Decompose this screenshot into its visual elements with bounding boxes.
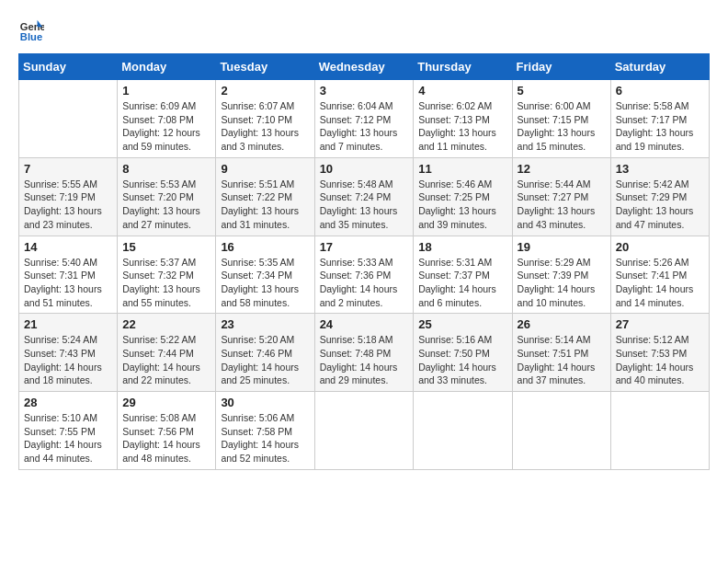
day-cell: 27Sunrise: 5:12 AM Sunset: 7:53 PM Dayli… [610, 314, 709, 392]
day-number: 11 [418, 162, 506, 176]
day-number: 6 [616, 84, 704, 98]
day-cell: 14Sunrise: 5:40 AM Sunset: 7:31 PM Dayli… [19, 236, 118, 314]
day-number: 15 [122, 240, 210, 254]
day-cell: 23Sunrise: 5:20 AM Sunset: 7:46 PM Dayli… [216, 314, 314, 392]
day-info: Sunrise: 5:10 AM Sunset: 7:55 PM Dayligh… [24, 411, 112, 465]
day-cell [314, 392, 414, 470]
day-cell: 4Sunrise: 6:02 AM Sunset: 7:13 PM Daylig… [414, 80, 512, 158]
day-number: 19 [518, 240, 606, 254]
week-row-5: 28Sunrise: 5:10 AM Sunset: 7:55 PM Dayli… [19, 392, 710, 470]
day-number: 17 [320, 240, 409, 254]
day-info: Sunrise: 5:18 AM Sunset: 7:48 PM Dayligh… [320, 333, 409, 387]
col-header-friday: Friday [512, 54, 610, 80]
day-number: 28 [24, 396, 112, 409]
day-info: Sunrise: 5:53 AM Sunset: 7:20 PM Dayligh… [122, 178, 210, 232]
day-number: 23 [221, 317, 309, 331]
day-number: 27 [616, 317, 704, 331]
header-row: SundayMondayTuesdayWednesdayThursdayFrid… [19, 54, 710, 80]
day-cell: 1Sunrise: 6:09 AM Sunset: 7:08 PM Daylig… [118, 80, 216, 158]
day-info: Sunrise: 5:58 AM Sunset: 7:17 PM Dayligh… [616, 99, 704, 154]
day-info: Sunrise: 5:37 AM Sunset: 7:32 PM Dayligh… [122, 256, 210, 310]
svg-text:Blue: Blue [20, 31, 42, 42]
day-info: Sunrise: 6:00 AM Sunset: 7:15 PM Dayligh… [518, 99, 606, 154]
day-cell: 28Sunrise: 5:10 AM Sunset: 7:55 PM Dayli… [19, 392, 118, 470]
day-number: 1 [122, 84, 210, 98]
day-cell [19, 80, 118, 158]
col-header-sunday: Sunday [19, 54, 118, 80]
day-cell: 29Sunrise: 5:08 AM Sunset: 7:56 PM Dayli… [118, 392, 216, 470]
day-number: 24 [320, 317, 409, 331]
day-info: Sunrise: 5:29 AM Sunset: 7:39 PM Dayligh… [518, 256, 606, 310]
day-number: 26 [518, 317, 606, 331]
day-number: 5 [518, 84, 606, 98]
day-info: Sunrise: 5:16 AM Sunset: 7:50 PM Dayligh… [418, 333, 506, 387]
day-cell: 16Sunrise: 5:35 AM Sunset: 7:34 PM Dayli… [216, 236, 314, 314]
day-info: Sunrise: 6:09 AM Sunset: 7:08 PM Dayligh… [122, 99, 210, 154]
day-info: Sunrise: 5:46 AM Sunset: 7:25 PM Dayligh… [418, 178, 506, 232]
day-info: Sunrise: 5:12 AM Sunset: 7:53 PM Dayligh… [616, 333, 704, 387]
day-cell: 6Sunrise: 5:58 AM Sunset: 7:17 PM Daylig… [610, 80, 709, 158]
day-cell: 17Sunrise: 5:33 AM Sunset: 7:36 PM Dayli… [314, 236, 414, 314]
day-cell: 13Sunrise: 5:42 AM Sunset: 7:29 PM Dayli… [610, 157, 709, 236]
day-cell: 8Sunrise: 5:53 AM Sunset: 7:20 PM Daylig… [118, 157, 216, 236]
day-cell: 18Sunrise: 5:31 AM Sunset: 7:37 PM Dayli… [414, 236, 512, 314]
col-header-monday: Monday [118, 54, 216, 80]
day-number: 13 [616, 162, 704, 176]
day-cell [610, 392, 709, 470]
day-number: 20 [616, 240, 704, 254]
day-number: 21 [24, 317, 112, 331]
day-cell: 22Sunrise: 5:22 AM Sunset: 7:44 PM Dayli… [118, 314, 216, 392]
day-info: Sunrise: 5:22 AM Sunset: 7:44 PM Dayligh… [122, 333, 210, 387]
day-number: 2 [221, 84, 309, 98]
day-cell: 9Sunrise: 5:51 AM Sunset: 7:22 PM Daylig… [216, 157, 314, 236]
day-number: 4 [418, 84, 506, 98]
day-number: 29 [122, 396, 210, 409]
day-number: 16 [221, 240, 309, 254]
calendar-table: SundayMondayTuesdayWednesdayThursdayFrid… [18, 53, 710, 470]
day-cell: 21Sunrise: 5:24 AM Sunset: 7:43 PM Dayli… [19, 314, 118, 392]
day-info: Sunrise: 5:06 AM Sunset: 7:58 PM Dayligh… [221, 411, 309, 465]
logo: General Blue [18, 18, 48, 44]
day-info: Sunrise: 5:40 AM Sunset: 7:31 PM Dayligh… [24, 256, 112, 310]
day-cell: 10Sunrise: 5:48 AM Sunset: 7:24 PM Dayli… [314, 157, 414, 236]
week-row-4: 21Sunrise: 5:24 AM Sunset: 7:43 PM Dayli… [19, 314, 710, 392]
day-info: Sunrise: 5:55 AM Sunset: 7:19 PM Dayligh… [24, 178, 112, 232]
day-number: 3 [320, 84, 409, 98]
day-info: Sunrise: 5:48 AM Sunset: 7:24 PM Dayligh… [320, 178, 409, 232]
day-cell: 24Sunrise: 5:18 AM Sunset: 7:48 PM Dayli… [314, 314, 414, 392]
day-number: 9 [221, 162, 309, 176]
day-cell: 20Sunrise: 5:26 AM Sunset: 7:41 PM Dayli… [610, 236, 709, 314]
day-number: 14 [24, 240, 112, 254]
day-number: 10 [320, 162, 409, 176]
day-cell: 7Sunrise: 5:55 AM Sunset: 7:19 PM Daylig… [19, 157, 118, 236]
day-number: 7 [24, 162, 112, 176]
day-number: 30 [221, 396, 309, 409]
day-info: Sunrise: 5:44 AM Sunset: 7:27 PM Dayligh… [518, 178, 606, 232]
day-number: 12 [518, 162, 606, 176]
logo-icon: General Blue [18, 18, 44, 44]
day-cell: 30Sunrise: 5:06 AM Sunset: 7:58 PM Dayli… [216, 392, 314, 470]
day-cell: 26Sunrise: 5:14 AM Sunset: 7:51 PM Dayli… [512, 314, 610, 392]
day-info: Sunrise: 5:26 AM Sunset: 7:41 PM Dayligh… [616, 256, 704, 310]
day-info: Sunrise: 6:02 AM Sunset: 7:13 PM Dayligh… [418, 99, 506, 154]
col-header-tuesday: Tuesday [216, 54, 314, 80]
col-header-saturday: Saturday [610, 54, 709, 80]
week-row-3: 14Sunrise: 5:40 AM Sunset: 7:31 PM Dayli… [19, 236, 710, 314]
day-cell: 3Sunrise: 6:04 AM Sunset: 7:12 PM Daylig… [314, 80, 414, 158]
day-info: Sunrise: 5:20 AM Sunset: 7:46 PM Dayligh… [221, 333, 309, 387]
day-number: 25 [418, 317, 506, 331]
day-cell [414, 392, 512, 470]
day-info: Sunrise: 5:35 AM Sunset: 7:34 PM Dayligh… [221, 256, 309, 310]
week-row-2: 7Sunrise: 5:55 AM Sunset: 7:19 PM Daylig… [19, 157, 710, 236]
col-header-wednesday: Wednesday [314, 54, 414, 80]
day-number: 8 [122, 162, 210, 176]
day-info: Sunrise: 6:04 AM Sunset: 7:12 PM Dayligh… [320, 99, 409, 154]
day-cell: 15Sunrise: 5:37 AM Sunset: 7:32 PM Dayli… [118, 236, 216, 314]
day-info: Sunrise: 5:51 AM Sunset: 7:22 PM Dayligh… [221, 178, 309, 232]
day-cell [512, 392, 610, 470]
week-row-1: 1Sunrise: 6:09 AM Sunset: 7:08 PM Daylig… [19, 80, 710, 158]
day-cell: 12Sunrise: 5:44 AM Sunset: 7:27 PM Dayli… [512, 157, 610, 236]
day-number: 22 [122, 317, 210, 331]
day-info: Sunrise: 5:31 AM Sunset: 7:37 PM Dayligh… [418, 256, 506, 310]
day-cell: 19Sunrise: 5:29 AM Sunset: 7:39 PM Dayli… [512, 236, 610, 314]
